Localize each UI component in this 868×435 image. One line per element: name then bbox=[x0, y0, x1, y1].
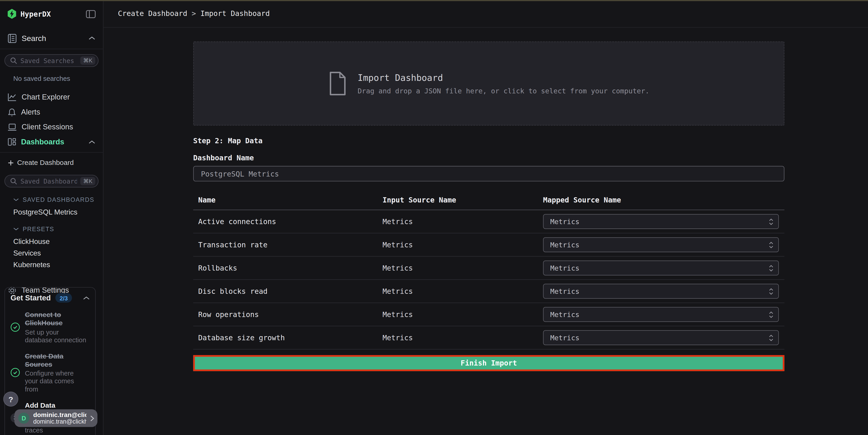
chart-line-icon bbox=[8, 93, 17, 101]
json-file-dropzone[interactable]: Import Dashboard Drag and drop a JSON fi… bbox=[193, 41, 784, 126]
column-header-input-source: Input Source Name bbox=[382, 196, 543, 204]
no-saved-searches-text: No saved searches bbox=[0, 67, 103, 82]
file-icon bbox=[328, 71, 347, 96]
chevron-down-icon bbox=[13, 198, 19, 201]
task-title: Create Data Sources bbox=[25, 352, 87, 369]
check-circle-icon bbox=[10, 368, 20, 377]
row-input-source: Metrics bbox=[382, 264, 543, 272]
sidebar-item-client-sessions[interactable]: Client Sessions bbox=[0, 120, 103, 135]
saved-dashboards-input[interactable] bbox=[21, 177, 77, 185]
search-icon bbox=[10, 178, 17, 185]
chevron-right-icon bbox=[90, 415, 94, 421]
select-chevrons-icon bbox=[769, 311, 773, 318]
preset-item-clickhouse[interactable]: ClickHouse bbox=[0, 236, 103, 247]
chevron-up-icon bbox=[89, 36, 95, 40]
row-name: Active connections bbox=[198, 217, 382, 226]
dashboard-name-input[interactable] bbox=[193, 166, 784, 181]
search-section-label: Search bbox=[22, 34, 84, 42]
saved-dashboards-search[interactable]: ⌘K bbox=[4, 175, 98, 188]
row-name: Database size growth bbox=[198, 333, 382, 342]
user-display-name: dominic.tran@clic... bbox=[33, 411, 86, 418]
sidebar-item-alerts[interactable]: Alerts bbox=[0, 104, 103, 120]
nav-label: Dashboards bbox=[21, 138, 84, 146]
list-item-label: Services bbox=[13, 249, 41, 257]
dropzone-title: Import Dashboard bbox=[358, 72, 649, 83]
select-chevrons-icon bbox=[769, 288, 773, 295]
table-row: Transaction rate Metrics Metrics bbox=[193, 233, 784, 256]
row-input-source: Metrics bbox=[382, 240, 543, 249]
step-title: Step 2: Map Data bbox=[193, 137, 784, 145]
mapped-source-select[interactable]: Metrics bbox=[543, 284, 779, 299]
finish-import-label: Finish Import bbox=[461, 359, 517, 367]
dropzone-subtitle: Drag and drop a JSON file here, or click… bbox=[358, 87, 649, 95]
presets-group-header[interactable]: PRESETS bbox=[0, 222, 103, 235]
plus-icon bbox=[8, 160, 14, 166]
mapped-source-select[interactable]: Metrics bbox=[543, 261, 779, 275]
row-input-source: Metrics bbox=[382, 287, 543, 295]
shortcut-badge: ⌘K bbox=[81, 177, 95, 185]
shortcut-badge: ⌘K bbox=[81, 57, 95, 65]
saved-searches-search[interactable]: ⌘K bbox=[4, 54, 98, 67]
preset-item-kubernetes[interactable]: Kubernetes bbox=[0, 259, 103, 271]
breadcrumb-import-dashboard: Import Dashboard bbox=[200, 9, 270, 18]
user-email: dominic.tran@clickho... bbox=[33, 418, 86, 425]
get-started-title: Get Started bbox=[10, 294, 51, 302]
window-top-strip bbox=[0, 0, 868, 1]
row-input-source: Metrics bbox=[382, 217, 543, 226]
mapped-source-select[interactable]: Metrics bbox=[543, 330, 779, 345]
bell-icon bbox=[8, 107, 16, 116]
sidebar-item-chart-explorer[interactable]: Chart Explorer bbox=[0, 90, 103, 104]
list-item-label: ClickHouse bbox=[13, 237, 50, 245]
logs-icon bbox=[8, 33, 17, 43]
sidebar-collapse-icon[interactable] bbox=[86, 9, 96, 18]
create-dashboard-button[interactable]: Create Dashboard bbox=[0, 155, 103, 170]
avatar: D bbox=[18, 413, 29, 424]
mapped-source-select[interactable]: Metrics bbox=[543, 307, 779, 322]
task-description: Set up your database connection bbox=[25, 328, 87, 344]
list-item-label: PostgreSQL Metrics bbox=[13, 208, 77, 216]
user-menu[interactable]: D dominic.tran@clic... dominic.tran@clic… bbox=[14, 409, 97, 427]
search-icon bbox=[10, 57, 17, 64]
source-mapping-table: Name Input Source Name Mapped Source Nam… bbox=[193, 190, 784, 349]
group-header-label: PRESETS bbox=[23, 226, 54, 232]
sidebar-item-dashboards[interactable]: Dashboards bbox=[0, 134, 103, 149]
nav-label: Chart Explorer bbox=[22, 93, 95, 101]
chevron-down-icon bbox=[13, 227, 19, 231]
task-title: Connect to ClickHouse bbox=[25, 311, 87, 327]
chevron-up-icon[interactable] bbox=[83, 296, 90, 300]
dashboard-grid-icon bbox=[8, 138, 16, 146]
table-row: Rollbacks Metrics Metrics bbox=[193, 257, 784, 279]
finish-import-button[interactable]: Finish Import bbox=[193, 355, 784, 371]
get-started-item-connect[interactable]: Connect to ClickHouse Set up your databa… bbox=[10, 311, 90, 344]
preset-item-services[interactable]: Services bbox=[0, 247, 103, 259]
column-header-name: Name bbox=[198, 196, 382, 204]
group-header-label: SAVED DASHBOARDS bbox=[23, 196, 94, 203]
saved-dashboard-item-postgresql-metrics[interactable]: PostgreSQL Metrics bbox=[0, 206, 103, 218]
create-dashboard-label: Create Dashboard bbox=[17, 159, 73, 166]
row-name: Disc blocks read bbox=[198, 287, 382, 295]
list-item-label: Kubernetes bbox=[13, 261, 50, 269]
help-button-label: ? bbox=[8, 395, 13, 404]
chevron-up-icon bbox=[89, 140, 95, 144]
table-header-row: Name Input Source Name Mapped Source Nam… bbox=[193, 190, 784, 209]
page-header: Create Dashboard>Import Dashboard bbox=[103, 0, 868, 28]
select-chevrons-icon bbox=[769, 218, 773, 225]
app-name: HyperDX bbox=[21, 9, 51, 18]
dashboard-name-label: Dashboard Name bbox=[193, 154, 784, 162]
saved-dashboards-group-header[interactable]: SAVED DASHBOARDS bbox=[0, 193, 103, 206]
breadcrumb: Create Dashboard>Import Dashboard bbox=[118, 9, 270, 18]
mapped-source-select[interactable]: Metrics bbox=[543, 214, 779, 229]
nav-label: Client Sessions bbox=[22, 123, 95, 131]
breadcrumb-create-dashboard[interactable]: Create Dashboard bbox=[118, 9, 187, 18]
hyperdx-logo-icon bbox=[7, 9, 17, 19]
saved-searches-input[interactable] bbox=[21, 57, 77, 64]
app-logo[interactable]: HyperDX bbox=[7, 9, 51, 19]
mapped-source-select[interactable]: Metrics bbox=[543, 237, 779, 252]
get-started-item-sources[interactable]: Create Data Sources Configure where your… bbox=[10, 352, 90, 393]
task-description: Configure where your data comes from bbox=[25, 370, 87, 393]
sidebar-section-search[interactable]: Search bbox=[0, 28, 103, 48]
table-row: Active connections Metrics Metrics bbox=[193, 210, 784, 233]
help-button[interactable]: ? bbox=[3, 392, 19, 406]
select-chevrons-icon bbox=[769, 334, 773, 341]
nav-label: Alerts bbox=[21, 108, 95, 116]
